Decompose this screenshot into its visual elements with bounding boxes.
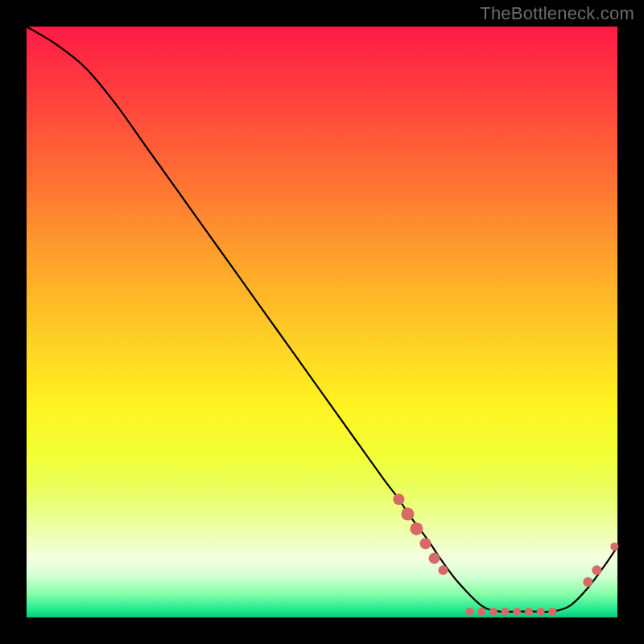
curve-marker (429, 553, 440, 564)
curve-marker (489, 608, 497, 616)
curve-marker (393, 493, 404, 505)
curve-marker (592, 565, 601, 575)
watermark-text: TheBottleneck.com (480, 3, 634, 24)
curve-marker (502, 608, 510, 616)
curve-marker (525, 608, 533, 616)
curve-marker (548, 608, 556, 616)
chart-frame: TheBottleneck.com (0, 0, 644, 644)
plot-area (27, 27, 617, 617)
curve-marker (420, 538, 431, 549)
curve-marker (410, 522, 423, 535)
curve-marker (477, 608, 485, 616)
bottleneck-curve-line (27, 27, 617, 612)
curve-markers (393, 493, 618, 616)
curve-marker (583, 577, 592, 587)
curve-marker (466, 608, 474, 616)
curve-marker (439, 565, 448, 575)
curve-marker (513, 608, 521, 616)
curve-marker (610, 543, 618, 551)
chart-svg (27, 27, 617, 617)
curve-marker (537, 608, 545, 616)
curve-marker (401, 508, 414, 521)
